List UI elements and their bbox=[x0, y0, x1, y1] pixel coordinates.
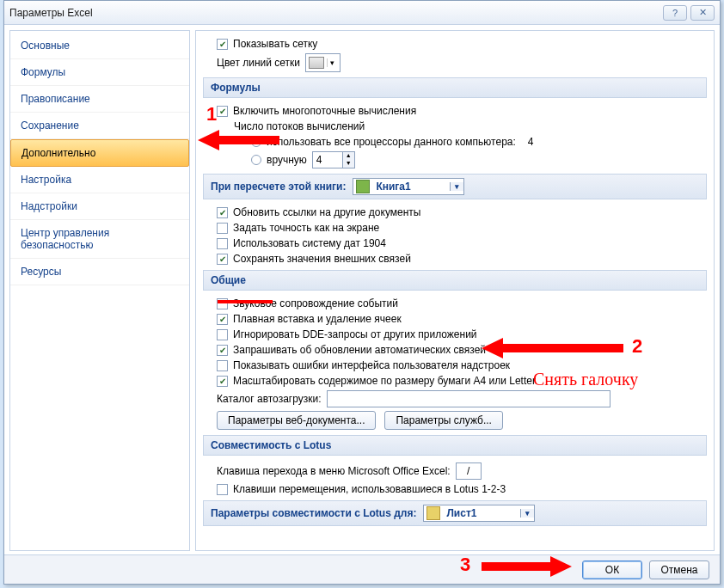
dialog-footer: ОК Отмена bbox=[4, 554, 720, 584]
update-links-checkbox[interactable] bbox=[217, 207, 228, 218]
sound-label: Звуковое сопровождение событий bbox=[233, 297, 398, 309]
sidebar-item-general[interactable]: Основные bbox=[10, 33, 189, 59]
sidebar-item-save[interactable]: Сохранение bbox=[10, 113, 189, 139]
close-button[interactable]: ✕ bbox=[690, 5, 715, 21]
scale-a4-checkbox[interactable] bbox=[217, 376, 228, 387]
chevron-down-icon: ▾ bbox=[450, 182, 463, 191]
autoload-path-input[interactable] bbox=[327, 390, 610, 407]
spin-up-icon[interactable]: ▲ bbox=[342, 152, 354, 160]
sidebar-item-trust[interactable]: Центр управления безопасностью bbox=[10, 220, 189, 259]
addin-errors-checkbox[interactable] bbox=[217, 360, 228, 371]
manual-threads-label: вручную bbox=[267, 154, 307, 166]
use-all-cpus-label: использовать все процессоры данного комп… bbox=[267, 136, 516, 148]
menu-key-input[interactable]: / bbox=[456, 462, 482, 480]
use-all-cpus-radio[interactable] bbox=[251, 137, 261, 147]
chevron-down-icon: ▾ bbox=[520, 509, 534, 518]
grid-color-picker[interactable]: ▾ bbox=[305, 53, 341, 72]
threads-label: Число потоков вычислений bbox=[234, 120, 365, 132]
ask-update-label: Запрашивать об обновлении автоматических… bbox=[233, 344, 486, 356]
lotus-header: Совместимость с Lotus bbox=[203, 435, 707, 456]
spin-down-icon[interactable]: ▼ bbox=[342, 160, 354, 168]
multithread-checkbox[interactable] bbox=[217, 106, 228, 117]
window-title: Параметры Excel bbox=[9, 7, 663, 19]
general-header: Общие bbox=[203, 270, 707, 291]
smooth-insert-checkbox[interactable] bbox=[217, 314, 228, 325]
titlebar-buttons: ? ✕ bbox=[663, 5, 715, 21]
update-links-label: Обновить ссылки на другие документы bbox=[233, 206, 420, 218]
manual-threads-radio[interactable] bbox=[251, 155, 261, 165]
options-dialog: Параметры Excel ? ✕ Основные Формулы Пра… bbox=[3, 0, 721, 585]
addin-errors-label: Показывать ошибки интерфейса пользовател… bbox=[233, 359, 510, 371]
lotus-keys-checkbox[interactable] bbox=[217, 484, 228, 495]
recalc-header: При пересчете этой книги: Книга1 ▾ bbox=[203, 174, 707, 199]
titlebar: Параметры Excel ? ✕ bbox=[4, 1, 720, 25]
service-params-button[interactable]: Параметры служб... bbox=[384, 411, 502, 430]
sheet-icon bbox=[426, 506, 440, 520]
category-sidebar: Основные Формулы Правописание Сохранение… bbox=[9, 30, 190, 551]
thread-count-value: 4 bbox=[313, 152, 342, 168]
autoload-label: Каталог автозагрузки: bbox=[217, 393, 322, 405]
chevron-down-icon: ▾ bbox=[327, 58, 337, 67]
sidebar-item-resources[interactable]: Ресурсы bbox=[10, 259, 189, 285]
screen-precision-checkbox[interactable] bbox=[217, 223, 228, 234]
sidebar-item-proofing[interactable]: Правописание bbox=[10, 86, 189, 113]
content-panel[interactable]: Показывать сетку Цвет линий сетки ▾ Форм… bbox=[195, 30, 715, 551]
menu-key-label: Клавиша перехода в меню Microsoft Office… bbox=[217, 465, 451, 477]
save-ext-checkbox[interactable] bbox=[217, 254, 228, 265]
lotus-params-label: Параметры совместимости с Lotus для: bbox=[211, 507, 416, 519]
grid-color-label: Цвет линий сетки bbox=[217, 57, 300, 69]
date-1904-label: Использовать систему дат 1904 bbox=[233, 237, 386, 249]
sidebar-item-formulas[interactable]: Формулы bbox=[10, 59, 189, 86]
ignore-dde-label: Игнорировать DDE-запросы от других прило… bbox=[233, 328, 477, 340]
sidebar-item-advanced[interactable]: Дополнительно bbox=[10, 139, 189, 167]
workbook-name: Книга1 bbox=[372, 181, 450, 193]
workbook-combo[interactable]: Книга1 ▾ bbox=[353, 178, 464, 195]
scale-a4-label: Масштабировать содержимое по размеру бум… bbox=[233, 375, 536, 387]
lotus-params-header: Параметры совместимости с Lotus для: Лис… bbox=[203, 500, 707, 526]
sheet-name: Лист1 bbox=[443, 507, 520, 519]
thread-count-spinner[interactable]: 4 ▲▼ bbox=[312, 151, 355, 168]
sidebar-item-customize[interactable]: Настройка bbox=[10, 167, 189, 193]
save-ext-label: Сохранять значения внешних связей bbox=[233, 253, 411, 265]
screen-precision-label: Задать точность как на экране bbox=[233, 222, 379, 234]
show-grid-label: Показывать сетку bbox=[233, 38, 317, 50]
ignore-dde-checkbox[interactable] bbox=[217, 329, 228, 340]
lotus-keys-label: Клавиши перемещения, использовавшиеся в … bbox=[233, 483, 506, 495]
sound-checkbox[interactable] bbox=[217, 298, 228, 309]
ask-update-checkbox[interactable] bbox=[217, 345, 228, 356]
help-button[interactable]: ? bbox=[663, 5, 687, 21]
workbook-icon bbox=[356, 180, 370, 193]
cancel-button[interactable]: Отмена bbox=[649, 560, 709, 579]
recalc-header-label: При пересчете этой книги: bbox=[211, 181, 346, 193]
color-swatch-icon bbox=[309, 57, 324, 69]
multithread-label: Включить многопоточные вычисления bbox=[233, 105, 416, 117]
ok-button[interactable]: ОК bbox=[582, 560, 642, 579]
date-1904-checkbox[interactable] bbox=[217, 238, 228, 249]
sidebar-item-addins[interactable]: Надстройки bbox=[10, 193, 189, 220]
smooth-insert-label: Плавная вставка и удаление ячеек bbox=[233, 313, 402, 325]
formulas-header: Формулы bbox=[203, 77, 707, 98]
cpu-count-value: 4 bbox=[528, 136, 534, 148]
sheet-combo[interactable]: Лист1 ▾ bbox=[423, 505, 535, 522]
show-grid-checkbox[interactable] bbox=[217, 39, 228, 50]
web-params-button[interactable]: Параметры веб-документа... bbox=[217, 411, 376, 430]
